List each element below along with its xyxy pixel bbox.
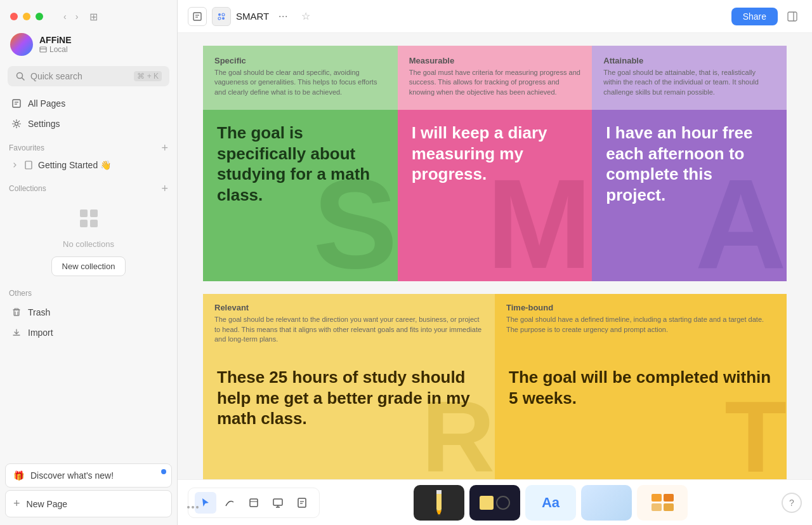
favourite-button[interactable]: ☆ xyxy=(297,8,315,25)
relevant-desc: The goal should be relevant to the direc… xyxy=(214,315,483,344)
svg-point-18 xyxy=(222,13,225,16)
select-tool-button[interactable] xyxy=(195,492,216,514)
dot-1 xyxy=(187,506,190,508)
relevant-big-text: These 25 hours of study should help me g… xyxy=(217,367,481,429)
template-asset[interactable] xyxy=(581,485,632,521)
sidebar-item-import[interactable]: Import xyxy=(5,323,172,342)
orange-block-2 xyxy=(664,494,674,502)
more-options-button[interactable]: ··· xyxy=(274,8,292,25)
user-profile[interactable]: AFFiNE Local xyxy=(0,28,177,63)
note-tool-button[interactable] xyxy=(291,492,313,514)
timebound-header-card: Time-bound The goal should have a define… xyxy=(495,294,787,354)
measurable-header-card: Measurable The goal must have criteria f… xyxy=(398,46,593,110)
canvas[interactable]: Specific The goal should be clear and sp… xyxy=(178,33,812,479)
more-templates-asset[interactable] xyxy=(637,485,688,521)
discover-button[interactable]: 🎁 Discover what's new! xyxy=(5,463,172,488)
svg-rect-10 xyxy=(80,220,88,227)
notification-dot xyxy=(161,469,166,474)
measurable-label: Measurable xyxy=(409,56,581,65)
help-button[interactable]: ? xyxy=(782,493,802,513)
maximize-button[interactable] xyxy=(36,13,43,20)
sidebar-item-settings[interactable]: Settings xyxy=(5,114,172,133)
layout-icon xyxy=(787,11,798,22)
back-arrow-icon[interactable]: ‹ xyxy=(61,10,69,23)
add-collection-button[interactable]: + xyxy=(161,183,168,194)
note-tool-icon xyxy=(296,497,308,508)
trash-icon xyxy=(11,307,22,317)
close-button[interactable] xyxy=(10,13,18,20)
attainable-desc: The goal should be attainable, that is, … xyxy=(603,68,775,97)
pencil-tool-asset[interactable] xyxy=(414,485,464,521)
collections-empty-state: No collections New collection xyxy=(0,197,177,281)
sidebar-toggle-icon[interactable]: ⊞ xyxy=(89,11,98,23)
bottom-toolbar: Aa ? xyxy=(178,479,812,525)
minimize-button[interactable] xyxy=(23,13,30,20)
assets-panel: Aa xyxy=(414,485,688,521)
window-controls: ‹ › ⊞ xyxy=(0,0,177,28)
trash-label: Trash xyxy=(28,307,50,317)
svg-rect-11 xyxy=(90,220,98,227)
attainable-label: Attainable xyxy=(603,56,775,65)
collections-section-header: Collections + xyxy=(0,175,177,197)
page-view-button[interactable] xyxy=(188,7,207,26)
forward-arrow-icon[interactable]: › xyxy=(73,10,81,23)
sidebar-item-trash[interactable]: Trash xyxy=(5,303,172,322)
orange-block-4 xyxy=(664,503,674,511)
new-page-button[interactable]: + New Page xyxy=(5,490,172,517)
svg-point-19 xyxy=(218,17,221,20)
import-label: Import xyxy=(28,328,53,338)
plus-icon: + xyxy=(13,497,20,510)
svg-rect-32 xyxy=(436,490,442,494)
sidebar-item-getting-started[interactable]: Getting Started 👋 xyxy=(5,156,172,174)
quick-search-bar[interactable]: Quick search ⌘ + K xyxy=(8,66,169,86)
grid-icon xyxy=(77,207,100,230)
connector-tool-button[interactable] xyxy=(219,492,240,514)
specific-big-text: The goal is specifically about studying … xyxy=(217,123,384,205)
measurable-big-card: I will keep a diary measuring my progres… xyxy=(398,110,593,281)
svg-rect-0 xyxy=(40,47,46,52)
sidebar: ‹ › ⊞ AFFiNE Local Quick search ⌘ + K Al… xyxy=(0,0,178,525)
sidebar-item-all-pages[interactable]: All Pages xyxy=(5,94,172,113)
share-button[interactable]: Share xyxy=(731,8,778,25)
layout-toggle-button[interactable] xyxy=(783,7,802,26)
sidebar-menu: All Pages Settings xyxy=(0,94,177,135)
svg-point-6 xyxy=(15,123,18,126)
svg-rect-20 xyxy=(788,12,797,21)
shapes-asset[interactable] xyxy=(469,485,520,521)
chevron-right-icon xyxy=(11,161,19,169)
search-shortcut: ⌘ + K xyxy=(134,71,162,81)
attainable-header-card: Attainable The goal should be attainable… xyxy=(592,46,787,110)
new-collection-button[interactable]: New collection xyxy=(51,256,126,276)
specific-big-card: The goal is specifically about studying … xyxy=(203,110,398,281)
presenter-tool-button[interactable] xyxy=(267,492,289,514)
specific-label: Specific xyxy=(214,56,386,65)
attainable-big-text: I have an hour free each afternoon to co… xyxy=(606,123,773,205)
measurable-desc: The goal must have criteria for measurin… xyxy=(409,68,581,97)
pages-icon xyxy=(11,98,22,109)
page-title: SMART xyxy=(236,11,269,22)
edge-dots-button[interactable] xyxy=(187,506,199,508)
discover-label: Discover what's new! xyxy=(30,470,114,481)
others-section-header: Others xyxy=(0,281,177,300)
svg-line-2 xyxy=(22,78,25,81)
tools-panel xyxy=(188,488,320,518)
settings-label: Settings xyxy=(28,119,60,129)
frame-tool-icon xyxy=(248,497,259,508)
avatar xyxy=(10,33,33,56)
sidebar-bottom: 🎁 Discover what's new! + New Page xyxy=(0,458,177,525)
new-page-label: New Page xyxy=(27,499,68,509)
svg-rect-13 xyxy=(193,13,201,20)
add-favourite-button[interactable]: + xyxy=(161,142,168,154)
svg-point-33 xyxy=(438,514,440,517)
main-content: SMART ··· ☆ Share Specific The goal shou… xyxy=(178,0,812,525)
orange-block-1 xyxy=(652,494,662,502)
smart-cards-top: Specific The goal should be clear and sp… xyxy=(203,46,787,281)
text-style-asset[interactable]: Aa xyxy=(525,485,576,521)
local-icon xyxy=(39,46,47,53)
edgeless-view-button[interactable] xyxy=(212,7,231,26)
attainable-big-card: I have an hour free each afternoon to co… xyxy=(592,110,787,281)
relevant-header-card: Relevant The goal should be relevant to … xyxy=(203,294,495,354)
timebound-desc: The goal should have a defined timeline,… xyxy=(506,315,775,335)
frame-tool-button[interactable] xyxy=(243,492,265,514)
page-icon xyxy=(24,161,33,169)
